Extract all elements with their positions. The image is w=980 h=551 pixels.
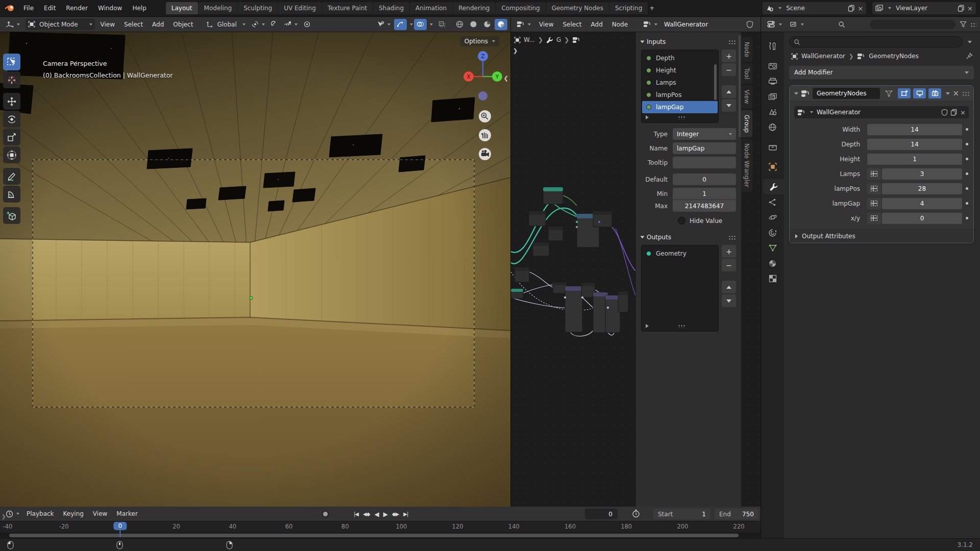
unlink-scene-icon[interactable]: × — [857, 5, 863, 12]
inputs-scrollbar[interactable] — [714, 64, 717, 100]
tab-object[interactable] — [761, 159, 784, 174]
on-cage-toggle[interactable] — [898, 88, 911, 98]
tab-particles[interactable] — [761, 194, 784, 210]
sidebar-tab[interactable]: Node Wrangler — [741, 139, 752, 192]
list-expand-icon[interactable] — [646, 115, 649, 119]
inputs-panel-header[interactable]: Inputs — [641, 36, 736, 47]
menu-item[interactable]: Window — [93, 3, 127, 14]
outputs-panel-header[interactable]: Outputs — [641, 232, 736, 243]
pin-icon[interactable] — [966, 53, 973, 60]
overlays-dropdown[interactable] — [430, 23, 433, 26]
frame-end-field[interactable]: End750 — [715, 509, 758, 519]
viewport-menu-item[interactable]: View — [96, 19, 119, 30]
collapse-chevron[interactable] — [794, 92, 798, 95]
workspace-tab[interactable]: Scripting — [609, 2, 648, 14]
move-output-up-button[interactable] — [722, 281, 736, 293]
min-value-field[interactable]: 1 — [673, 188, 736, 199]
pivot-point[interactable] — [249, 19, 267, 30]
navigation-gizmo[interactable]: Z X Y — [462, 45, 503, 178]
socket-type-dropdown[interactable]: Integer — [673, 128, 736, 140]
tool-add-primitive[interactable] — [3, 207, 20, 224]
input-socket-item[interactable]: lampPos — [642, 89, 718, 101]
tool-cursor[interactable] — [3, 71, 20, 88]
node-tree-name[interactable]: WallGenerator — [661, 21, 711, 28]
viewport-menu-item[interactable]: Add — [148, 19, 168, 30]
mode-selector[interactable]: Object Mode — [26, 19, 95, 30]
sidebar-tab[interactable]: Group — [741, 110, 752, 137]
scene-name[interactable]: Scene — [784, 5, 845, 12]
workspace-tab[interactable]: UV Editing — [278, 2, 322, 14]
output-attributes-panel[interactable]: Output Attributes — [790, 229, 973, 243]
add-modifier-button[interactable]: Add Modifier — [789, 66, 974, 79]
new-viewlayer-icon[interactable] — [958, 5, 965, 12]
play-button[interactable]: ▶ — [382, 510, 389, 519]
use-preview-range-icon[interactable] — [632, 509, 640, 518]
viewport-sidebar-expand-icon[interactable]: ❮ — [504, 75, 508, 82]
input-socket-item[interactable]: lampGap — [642, 101, 718, 113]
scene-browse-chevron[interactable] — [778, 7, 781, 9]
ruler-expand-icon[interactable]: ❯ — [2, 514, 6, 519]
jump-to-end-button[interactable]: ▶| — [402, 510, 409, 518]
modifier-extras-chevron[interactable] — [946, 92, 950, 95]
render-display-toggle[interactable] — [928, 88, 941, 98]
animate-decorator[interactable] — [962, 202, 971, 205]
menu-item[interactable]: Render — [61, 3, 93, 14]
workspace-tab[interactable]: Animation — [410, 2, 452, 14]
fake-user-shield-icon[interactable] — [941, 109, 948, 116]
scene-icon[interactable] — [766, 5, 774, 12]
blender-logo-icon[interactable] — [4, 4, 15, 12]
play-reverse-button[interactable]: ◀ — [373, 510, 380, 519]
jump-to-start-button[interactable]: |◀ — [352, 510, 360, 518]
sidebar-tab[interactable]: Tool — [741, 63, 752, 84]
tab-world[interactable] — [761, 119, 784, 135]
shading-material[interactable] — [481, 19, 494, 30]
zoom-button[interactable] — [479, 110, 491, 122]
xray-toggle[interactable] — [436, 19, 448, 30]
tab-object-data[interactable] — [761, 240, 784, 256]
tab-texture[interactable] — [761, 271, 784, 286]
fake-user-shield-icon[interactable] — [746, 20, 753, 28]
snap-magnet-icon[interactable] — [268, 19, 280, 30]
filter-funnel-icon[interactable] — [960, 21, 967, 28]
delete-modifier-icon[interactable]: × — [952, 90, 959, 97]
show-gizmo-toggle[interactable] — [394, 19, 407, 30]
search-icon[interactable] — [838, 21, 845, 28]
select-visibility[interactable] — [374, 19, 393, 30]
menu-item[interactable]: Help — [127, 3, 151, 14]
workspace-tab[interactable]: Modeling — [199, 2, 238, 14]
pan-button[interactable] — [479, 129, 491, 141]
viewlayer-browse-chevron[interactable] — [888, 7, 891, 9]
browse-node-group-chevron[interactable] — [810, 111, 813, 113]
tab-view-layer[interactable] — [761, 89, 784, 104]
header-grip[interactable] — [970, 22, 976, 27]
viewport-3d[interactable]: Object Mode ViewSelectAddObject Global — [0, 17, 510, 507]
workspace-tab[interactable]: Shading — [373, 2, 409, 14]
show-overlays-toggle[interactable] — [414, 19, 427, 30]
shading-wireframe[interactable] — [453, 19, 466, 30]
editor-type-properties-icon[interactable] — [765, 19, 785, 30]
current-frame-field[interactable]: 0 — [585, 509, 618, 519]
snap-settings[interactable] — [281, 19, 300, 30]
proportional-editing[interactable] — [301, 19, 313, 30]
timeline-menu-item[interactable]: Marker — [112, 508, 142, 519]
list-grip[interactable] — [677, 324, 685, 328]
max-value-field[interactable]: 2147483647 — [673, 200, 736, 212]
tool-annotate[interactable] — [3, 168, 20, 185]
timeline-menu-item[interactable]: Keying — [59, 508, 88, 519]
properties-context-icon[interactable] — [788, 19, 806, 30]
sidebar-scrollbar[interactable] — [739, 35, 741, 137]
auto-keying-record-button[interactable] — [322, 510, 329, 518]
tab-render[interactable] — [761, 58, 784, 73]
input-socket-item[interactable]: Lamps — [642, 77, 718, 89]
copy-node-group-icon[interactable] — [950, 109, 958, 116]
workspace-tab[interactable]: Layout — [166, 2, 198, 14]
tab-collection[interactable] — [761, 139, 784, 155]
new-scene-icon[interactable] — [848, 5, 855, 12]
timeline-ruler[interactable]: -40-20020406080100120140160180200220 — [0, 521, 761, 533]
edit-mode-display-toggle[interactable] — [883, 88, 895, 98]
object-icon[interactable] — [791, 53, 798, 60]
node-group-name[interactable]: WallGenerator — [816, 109, 939, 116]
camera-view-button[interactable] — [479, 148, 491, 160]
tab-modifiers[interactable] — [763, 179, 784, 194]
header-search-field[interactable] — [870, 20, 955, 29]
